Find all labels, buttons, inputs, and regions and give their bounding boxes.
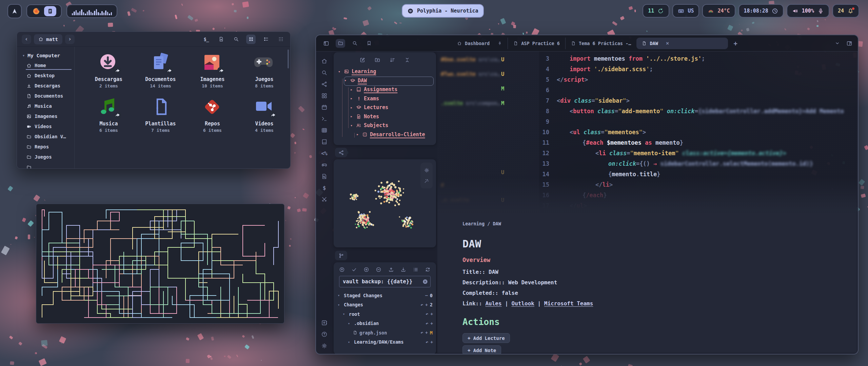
breadcrumb[interactable]: matt — [34, 34, 62, 44]
search-icon[interactable] — [231, 35, 241, 44]
split-pane-icon[interactable] — [846, 40, 852, 46]
git-undo-icon[interactable]: ↶ — [426, 340, 428, 345]
git-unstage-all-icon[interactable] — [376, 267, 381, 272]
sidebar-item-obsidian-v-[interactable]: Obsidian V… — [22, 131, 74, 142]
note-link[interactable]: Aules — [485, 300, 501, 307]
git-pull-icon[interactable] — [400, 267, 406, 272]
clear-message-icon[interactable] — [422, 279, 428, 285]
sidebar-item-imagenes[interactable]: Imagenes — [22, 111, 74, 121]
new-note-icon[interactable] — [359, 57, 366, 63]
tab-dashboard[interactable]: Dashboard — [452, 38, 508, 49]
graph-panel-chip[interactable] — [335, 148, 347, 157]
git-plus-icon[interactable]: + — [425, 302, 428, 307]
git-row-root[interactable]: ▾root ↶+ — [338, 309, 433, 319]
file-grid-item-documentos[interactable]: Documentos 14 items — [135, 52, 186, 88]
bookmarks-panel-icon[interactable] — [364, 39, 374, 48]
git-row-changes[interactable]: ▾Changes ↶+2 — [338, 300, 433, 310]
text-editor-icon[interactable] — [44, 6, 56, 16]
git-undo-icon[interactable]: ↶ — [426, 311, 428, 317]
ribbon-house[interactable] — [320, 58, 328, 64]
tray-clock[interactable]: 18:08:28 — [738, 4, 784, 18]
git-row-learning-daw-exams[interactable]: ▾Learning/DAW/Exams ↶+ — [338, 338, 433, 347]
tray-volume[interactable]: 100% — [787, 4, 829, 18]
sidebar-item-desktop[interactable]: Desktop — [22, 70, 74, 81]
tree-item-notes[interactable]: ▸ Notes — [334, 112, 436, 121]
forward-button[interactable]: › — [65, 35, 75, 44]
file-grid-item-plantillas[interactable]: Plantillas 7 items — [135, 97, 186, 133]
sidebar-item-documentos[interactable]: Documentos — [22, 91, 74, 101]
git-plus-icon[interactable]: + — [430, 311, 433, 317]
files-panel-icon[interactable] — [336, 39, 345, 48]
note-link[interactable]: Microsoft Teams — [544, 300, 593, 307]
git-plus-icon[interactable]: + — [425, 330, 428, 335]
sidebar-item-videos[interactable]: Videos — [22, 121, 74, 131]
git-row-graph-json[interactable]: graph.json ↶+M — [338, 328, 433, 338]
git-plus-icon[interactable]: + — [430, 340, 433, 345]
sidebar-item-musica[interactable]: Musica — [22, 101, 74, 111]
git-refresh-icon[interactable] — [425, 267, 431, 272]
ribbon-code[interactable]: <% — [320, 150, 328, 157]
git-change-layout-icon[interactable] — [413, 267, 418, 272]
close-tab-icon[interactable]: × — [666, 40, 669, 46]
ribbon-calendar[interactable] — [320, 104, 328, 110]
ribbon-book[interactable] — [320, 138, 328, 145]
tab-tema-6-pr-cticas-[interactable]: Tema 6 Prácticas -… — [565, 38, 636, 49]
sidebar-item-partial[interactable] — [22, 162, 74, 169]
tree-item-learning[interactable]: ▾ Learning — [334, 67, 436, 76]
git-row-staged-changes[interactable]: ▾Staged Changes —0 — [338, 291, 433, 300]
tray-notifications[interactable]: 24 — [832, 4, 859, 18]
file-grid-item-juegos[interactable]: Juegos 8 items — [238, 52, 290, 88]
tray-updates[interactable]: 11 — [643, 4, 669, 18]
tray-keyboard-layout[interactable]: US — [672, 4, 699, 18]
back-button[interactable]: ‹ — [22, 35, 31, 44]
ribbon-gear[interactable] — [320, 342, 328, 349]
graph-wand-icon[interactable] — [424, 178, 429, 184]
action-button[interactable]: + Add Lecture — [462, 333, 510, 343]
sidebar-item-repos[interactable]: Repos — [22, 142, 74, 152]
new-file-icon[interactable] — [216, 35, 226, 44]
tab-list-chevron-icon[interactable] — [834, 40, 840, 46]
ribbon-search[interactable] — [320, 69, 328, 76]
tree-item-lectures[interactable]: ▸ Lectures — [334, 103, 436, 112]
sort-icon[interactable] — [389, 57, 395, 63]
sidebar-item-descargas[interactable]: Descargas — [22, 81, 74, 91]
ribbon-vault[interactable] — [320, 319, 328, 326]
ribbon-table[interactable] — [320, 127, 328, 134]
tree-item-subjects[interactable]: ▾ Subjects — [334, 121, 436, 130]
new-tab-button[interactable]: + — [728, 40, 743, 47]
file-grid-item-videos[interactable]: Videos 4 items — [238, 97, 290, 133]
file-grid-item-repos[interactable]: Repos 6 items — [186, 97, 238, 133]
ribbon-swords[interactable] — [320, 196, 328, 203]
tree-item-exams[interactable]: ▸! Exams — [334, 94, 436, 103]
git-undo-icon[interactable]: ↶ — [420, 330, 423, 335]
list-view-icon[interactable] — [261, 35, 271, 44]
sidebar-item-juegos[interactable]: Juegos — [22, 152, 74, 162]
launcher-button[interactable] — [7, 4, 22, 18]
ribbon-dollar[interactable]: $ — [320, 184, 328, 191]
sidebar-toggle-icon[interactable] — [321, 39, 331, 48]
ribbon-help[interactable] — [320, 331, 328, 338]
commit-message-input[interactable] — [339, 276, 431, 287]
now-playing-widget[interactable]: Polyphia - Neurotica — [402, 4, 484, 18]
git-row--obsidian[interactable]: ▾.obsidian ↶+ — [338, 319, 433, 328]
ribbon-graph[interactable] — [320, 81, 328, 87]
ribbon-terminal[interactable] — [320, 115, 328, 122]
graph-settings-gear-icon[interactable] — [424, 167, 430, 173]
tray-weather[interactable]: 24°C — [702, 4, 735, 18]
ribbon-grid[interactable] — [320, 92, 328, 99]
action-button[interactable]: + Add Note — [462, 345, 501, 354]
grid-view-icon[interactable] — [246, 35, 256, 44]
git-minus-icon[interactable]: — — [425, 293, 428, 298]
sidebar-item-home[interactable]: Home — [22, 60, 74, 70]
file-grid-item-descargas[interactable]: Descargas 2 items — [83, 52, 135, 88]
git-commit-and-push-icon[interactable] — [339, 267, 345, 272]
tab-asp-practice-6[interactable]: ASP Practice 6 — [508, 38, 565, 49]
scrollbar[interactable] — [288, 49, 289, 68]
file-grid-item-musica[interactable]: Musica 6 items — [83, 97, 135, 133]
git-stage-all-icon[interactable] — [363, 267, 369, 272]
ribbon-gamepad[interactable] — [320, 161, 328, 168]
note-breadcrumb[interactable]: Learning / DAW — [462, 221, 843, 226]
file-grid-item-imagenes[interactable]: Imagenes 10 items — [186, 52, 238, 88]
local-graph-panel[interactable] — [334, 159, 436, 247]
tab-daw[interactable]: DAW× — [636, 38, 728, 49]
